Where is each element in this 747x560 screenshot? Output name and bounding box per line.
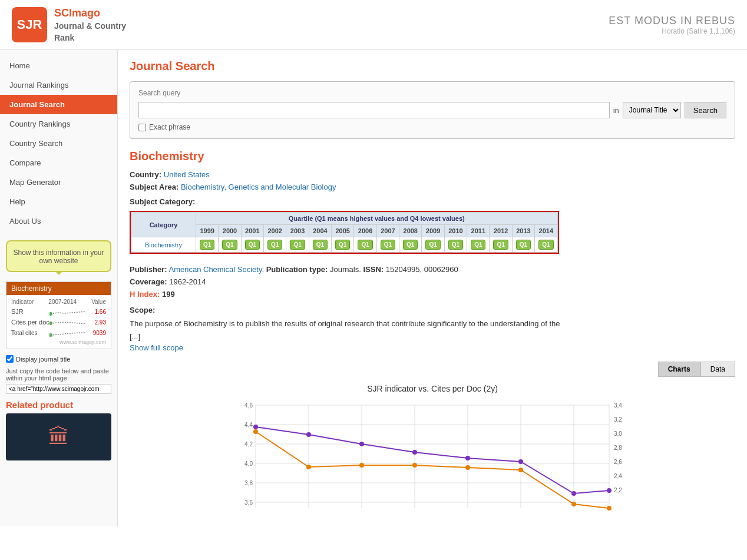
mini-header-years: 2007-2014: [48, 299, 77, 305]
display-journal-checkbox[interactable]: [6, 355, 14, 363]
year-header-2000: 2000: [219, 225, 241, 237]
svg-point-0: [49, 312, 52, 316]
chart-area: 4,6 4,4 4,2 4,0 3,8 3,6 3,4 3,2 3,0 2,8 …: [130, 399, 735, 517]
q1-badge: Q1: [425, 240, 440, 250]
journal-name: Biochemistry: [130, 150, 735, 163]
mini-label-cites: Cites per doc: [11, 319, 49, 326]
quartile-cell-2011: Q1: [467, 237, 490, 253]
coverage-label: Coverage:: [130, 277, 167, 286]
sidebar-item-map-generator[interactable]: Map Generator: [0, 173, 117, 192]
year-header-2003: 2003: [286, 225, 309, 237]
publisher-value[interactable]: American Chemical Society: [168, 265, 262, 274]
coverage-row: Coverage: 1962-2014: [130, 277, 735, 286]
sidebar-item-compare[interactable]: Compare: [0, 153, 117, 173]
sidebar-item-home[interactable]: Home: [0, 56, 117, 75]
scope-ellipsis: [...]: [130, 332, 735, 341]
scope-label: Scope:: [130, 306, 735, 314]
pillars-icon: 🏛: [48, 425, 70, 449]
sidebar: Home Journal Rankings Journal Search Cou…: [0, 50, 118, 526]
svg-point-45: [465, 465, 470, 470]
search-in-label: in: [613, 106, 619, 115]
svg-point-37: [465, 456, 470, 460]
charts-button[interactable]: Charts: [658, 362, 700, 377]
q1-badge: Q1: [358, 240, 372, 250]
mini-header-value: Value: [91, 299, 106, 305]
exact-phrase-label: Exact phrase: [149, 123, 190, 131]
year-header-2014: 2014: [535, 225, 557, 237]
subject-area-value[interactable]: Biochemistry, Genetics and Molecular Bio…: [181, 183, 336, 191]
svg-text:2,2: 2,2: [614, 487, 622, 493]
page-title: Journal Search: [130, 59, 735, 73]
svg-text:4,4: 4,4: [244, 422, 253, 428]
pub-type-value: Journals: [330, 265, 359, 274]
col-category-header: Category: [131, 213, 196, 237]
quartile-cell-2006: Q1: [354, 237, 376, 253]
hindex-row: H Index: 199: [130, 290, 735, 299]
sidebar-item-country-rankings[interactable]: Country Rankings: [0, 114, 117, 134]
coverage-value: 1962-2014: [169, 277, 206, 286]
show-full-scope-link[interactable]: Show full scope: [130, 343, 735, 352]
year-header-1999: 1999: [196, 225, 219, 237]
exact-phrase-checkbox[interactable]: [138, 124, 146, 131]
mini-val-total: 9039: [85, 330, 106, 336]
year-header-2006: 2006: [354, 225, 376, 237]
year-header-2010: 2010: [444, 225, 467, 237]
tagline-main: EST MODUS IN REBUS: [609, 15, 735, 27]
hindex-label: H Index:: [130, 290, 160, 299]
logo-box: SJR: [12, 7, 47, 42]
copy-code-input[interactable]: [6, 384, 111, 394]
svg-point-47: [571, 502, 576, 506]
svg-text:3,8: 3,8: [244, 480, 253, 486]
data-button[interactable]: Data: [700, 362, 735, 377]
q1-badge: Q1: [222, 240, 237, 250]
svg-text:4,0: 4,0: [244, 460, 253, 467]
q1-badge: Q1: [313, 240, 328, 250]
logo-subtitle: SCImago Journal & Country Rank: [54, 6, 126, 44]
svg-point-34: [306, 432, 311, 437]
q1-badge: Q1: [245, 240, 260, 250]
year-header-2012: 2012: [490, 225, 512, 237]
mini-chart-box: Biochemistry Indicator 2007-2014 Value S…: [6, 281, 111, 349]
quartile-cell-2009: Q1: [422, 237, 444, 253]
svg-point-40: [607, 488, 612, 493]
category-name[interactable]: Biochemistry: [131, 237, 196, 253]
display-journal-check[interactable]: Display journal title: [6, 355, 111, 363]
sidebar-item-about-us[interactable]: About Us: [0, 211, 117, 231]
svg-text:4,6: 4,6: [244, 402, 253, 409]
svg-point-39: [571, 491, 576, 496]
year-header-2007: 2007: [376, 225, 399, 237]
search-input[interactable]: [138, 102, 610, 118]
mini-dots-sjr: [49, 307, 85, 316]
header: SJR SCImago Journal & Country Rank EST M…: [0, 0, 747, 50]
q1-badge: Q1: [267, 240, 282, 250]
widget-box[interactable]: Show this information in your own websit…: [6, 240, 111, 272]
quartile-cell-2005: Q1: [332, 237, 354, 253]
q1-badge: Q1: [381, 240, 395, 250]
q1-badge: Q1: [290, 240, 305, 250]
q1-badge: Q1: [200, 240, 214, 250]
sidebar-item-journal-search[interactable]: Journal Search: [0, 95, 117, 114]
svg-text:3,0: 3,0: [614, 430, 622, 437]
svg-point-36: [412, 450, 417, 455]
sidebar-item-help[interactable]: Help: [0, 192, 117, 211]
q1-badge: Q1: [403, 240, 418, 250]
year-header-2002: 2002: [264, 225, 286, 237]
sidebar-item-journal-rankings[interactable]: Journal Rankings: [0, 75, 117, 95]
related-product-image: 🏛: [6, 413, 111, 460]
copy-code-label: Just copy the code below and paste withi…: [6, 367, 111, 382]
q1-badge: Q1: [335, 240, 350, 250]
mini-row-cites: Cites per doc 2.93: [11, 318, 106, 326]
q1-badge: Q1: [493, 240, 508, 250]
quartile-cell-2012: Q1: [490, 237, 512, 253]
search-button[interactable]: Search: [685, 102, 726, 118]
country-value[interactable]: United States: [164, 170, 210, 179]
quartile-cell-2002: Q1: [264, 237, 286, 253]
logo-text: SJR: [17, 17, 42, 32]
mini-row-sjr: SJR 1.66: [11, 307, 106, 316]
issn-label: ISSN:: [363, 265, 384, 274]
search-select[interactable]: Journal Title ISSN Publisher: [623, 102, 681, 118]
quartile-cell-2010: Q1: [444, 237, 467, 253]
sidebar-item-country-search[interactable]: Country Search: [0, 134, 117, 153]
logo-brand: SCImago: [54, 6, 126, 21]
quartile-cell-2007: Q1: [376, 237, 399, 253]
